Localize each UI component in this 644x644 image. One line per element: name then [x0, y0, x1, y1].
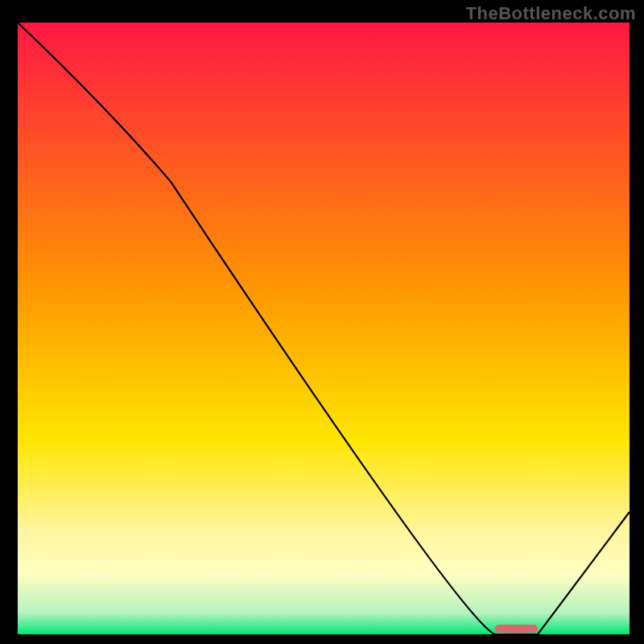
chart-svg	[0, 0, 644, 644]
chart-frame: TheBottleneck.com	[0, 0, 644, 644]
optimal-range-marker	[495, 625, 538, 633]
